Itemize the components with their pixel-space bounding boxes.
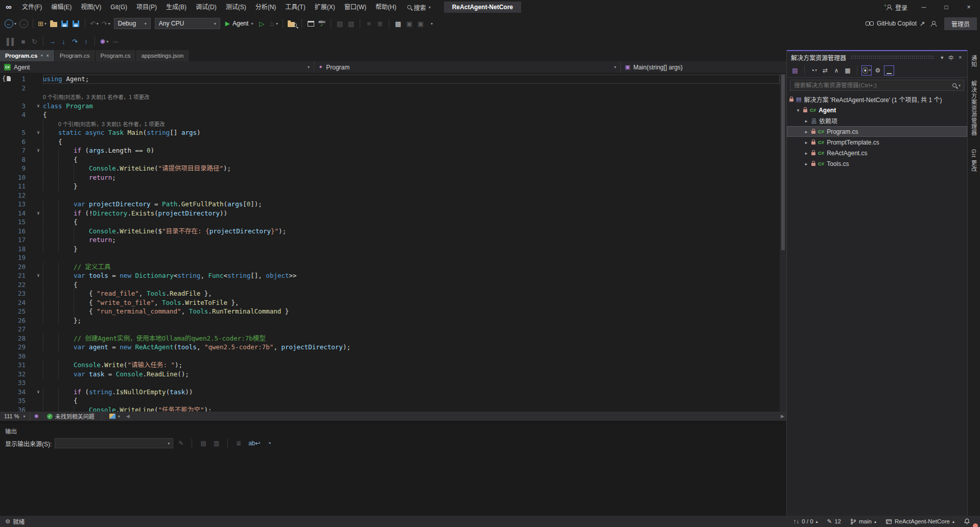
close-button[interactable]: × (958, 0, 980, 14)
menu-item-3[interactable]: Git(G) (106, 0, 132, 14)
fold-arrow-icon[interactable]: ∨ (34, 128, 43, 137)
code-text[interactable]: Console.WriteLine("请提供项目目录路径"); (43, 164, 780, 173)
code-text[interactable]: } (43, 245, 780, 254)
minimize-button[interactable]: ─ (913, 0, 935, 14)
fold-arrow-icon[interactable]: ∨ (34, 271, 43, 280)
code-row[interactable]: 11} (0, 182, 780, 191)
code-row[interactable]: 14∨if (!Directory.Exists(projectDirector… (0, 209, 780, 218)
word-wrap-icon[interactable]: ab↩ (246, 440, 262, 447)
undo-button[interactable]: ↶▾ (88, 17, 100, 30)
admin-badge[interactable]: 管理员 (944, 17, 977, 30)
side-tab-解决方案资源管理器[interactable]: 解决方案资源管理器 (970, 78, 978, 139)
menu-item-0[interactable]: 文件(F) (17, 0, 46, 14)
navigate-forward-button[interactable]: → (18, 17, 30, 30)
code-row[interactable]: 5∨static async Task Main(string[] args) (0, 128, 780, 137)
code-text[interactable]: 0 个引用|刘志新，3 天前|1 名作者，1 项更改 (43, 119, 780, 129)
properties-window-button[interactable]: ▦ (843, 65, 853, 76)
code-row[interactable]: 17return; (0, 235, 780, 245)
code-row[interactable]: 4{ (0, 110, 780, 119)
code-text[interactable]: static async Task Main(string[] args) (43, 128, 780, 137)
notifications-button[interactable] (959, 516, 975, 527)
sign-in-button[interactable]: + 登录 (881, 3, 913, 12)
code-row[interactable]: 24{ "write_to_file", Tools.WriteToFile }… (0, 298, 780, 307)
solution-configuration-combo[interactable]: Debug▾ (114, 18, 151, 29)
preview-selected-items-button[interactable]: ▁ (884, 65, 894, 76)
code-text[interactable]: { (43, 280, 780, 290)
code-row[interactable]: 32var task = Console.ReadLine(); (0, 370, 780, 379)
hot-reload-button[interactable]: ♨▾ (267, 17, 279, 30)
fold-arrow-icon[interactable]: ∨ (34, 146, 43, 155)
tab-appsettings.json[interactable]: appsettings.json (136, 50, 189, 61)
code-text[interactable]: var projectDirectory = Path.GetFullPath(… (43, 200, 780, 209)
code-row[interactable]: 25{ "run_terminal_command", Tools.RunTer… (0, 307, 780, 316)
tree-item-ReActAgent.cs[interactable]: ▸C#ReActAgent.cs (787, 148, 967, 158)
code-text[interactable] (43, 378, 780, 388)
solution-explorer-header[interactable]: 解决方案资源管理器 ▾ 中 × (787, 51, 967, 63)
output-content[interactable] (0, 451, 786, 516)
code-text[interactable]: if (args.Length == 0) (43, 146, 780, 155)
peek-window-button[interactable] (305, 17, 316, 30)
pending-edits-button[interactable]: ✎ 12 (823, 516, 846, 527)
search-options-icon[interactable]: ▾ (959, 83, 961, 88)
code-row[interactable]: 34∨if (string.IsNullOrEmpty(task)) (0, 388, 780, 397)
side-tab-Git 更改[interactable]: Git 更改 (970, 146, 978, 175)
new-project-button[interactable]: ⊞▾ (36, 17, 48, 30)
comment-button[interactable]: ▤ (334, 17, 345, 30)
code-row[interactable]: 10return; (0, 173, 780, 182)
code-lines[interactable]: 1using Agent;20 个引用|刘志新，3 天前|1 名作者，1 项更改… (0, 74, 780, 412)
fold-arrow-icon[interactable]: ∨ (34, 102, 43, 111)
code-text[interactable]: return; (43, 173, 780, 182)
code-row[interactable]: 1using Agent; (0, 75, 780, 84)
codelens-info[interactable]: 0 个引用|刘志新，3 天前|1 名作者，1 项更改 (43, 94, 149, 100)
scroll-left-icon[interactable]: ◀ (124, 414, 132, 419)
panel-close-icon[interactable]: × (956, 55, 964, 60)
spell-checker-button[interactable]: abc✓ (316, 17, 328, 30)
next-bookmark-button[interactable]: ▣ (415, 17, 426, 30)
code-row[interactable]: 18} (0, 245, 780, 254)
code-row[interactable]: 21∨var tools = new Dictionary<string, Fu… (0, 271, 780, 280)
code-text[interactable]: var task = Console.ReadLine(); (43, 370, 780, 379)
code-row[interactable]: 12 (0, 191, 780, 200)
code-row[interactable]: 16Console.WriteLine($"目录不存在: {projectDir… (0, 227, 780, 236)
step-out-button[interactable]: ↑ (80, 35, 91, 47)
member-dropdown[interactable]: ▣ Main(string[] args) (621, 61, 786, 73)
user-feedback-button[interactable] (928, 17, 939, 30)
code-text[interactable]: if (string.IsNullOrEmpty(task)) (43, 388, 780, 397)
tab-close-icon[interactable]: × (46, 53, 49, 58)
clear-all-icon[interactable]: ≣ (234, 440, 243, 447)
toolbar-overflow-button[interactable]: ▾ (426, 17, 437, 30)
sync-with-active-document-button[interactable]: ⇄ (820, 65, 830, 76)
tree-collapse-icon[interactable]: ▸ (804, 129, 809, 134)
intellicode-button[interactable]: ✺ (30, 412, 43, 421)
save-all-button[interactable] (71, 17, 82, 30)
document-health-indicator[interactable]: ✓ 未找到相关问题 (43, 412, 99, 421)
code-text[interactable]: return; (43, 235, 780, 245)
menu-item-4[interactable]: 项目(P) (132, 0, 161, 14)
code-text[interactable]: }; (43, 316, 780, 325)
code-text[interactable] (43, 191, 780, 200)
menu-item-9[interactable]: 工具(T) (281, 0, 310, 14)
indent-decrease-button[interactable]: ≡ (363, 17, 375, 30)
code-text[interactable] (43, 84, 780, 93)
code-row[interactable]: 27 (0, 325, 780, 334)
tree-item-解决方案 'ReActAgent-NetCore' (1 个项目, 共 1 个)[interactable]: ▤解决方案 'ReActAgent-NetCore' (1 个项目, 共 1 个… (787, 94, 967, 105)
show-all-files-button[interactable]: ⦿▾ (861, 65, 872, 76)
code-text[interactable] (43, 325, 780, 334)
code-text[interactable]: if (!Directory.Exists(projectDirectory)) (43, 209, 780, 218)
code-row[interactable]: 8{ (0, 155, 780, 164)
code-text[interactable] (43, 352, 780, 361)
tab-Program.cs[interactable]: Program.cs+× (0, 50, 55, 61)
project-dropdown[interactable]: C# Agent ▾ (0, 61, 314, 73)
code-text[interactable]: { (43, 155, 780, 164)
code-text[interactable]: // 定义工具 (43, 262, 780, 272)
code-text[interactable]: // 创建Agent实例，使用本地Ollama的qwen2.5-coder:7b… (43, 334, 780, 343)
code-row[interactable]: 26}; (0, 316, 780, 325)
menu-item-2[interactable]: 视图(V) (76, 0, 106, 14)
code-row[interactable]: 9Console.WriteLine("请提供项目目录路径"); (0, 164, 780, 173)
switch-views-button[interactable]: ▤ (790, 65, 800, 76)
tree-expanded-icon[interactable]: ▾ (796, 108, 801, 113)
find-message-icon[interactable]: ✎ (176, 440, 185, 447)
background-tasks-button[interactable]: ⚙ 就绪 (5, 516, 29, 527)
uncomment-button[interactable]: ▧ (345, 17, 357, 30)
code-row[interactable]: 13var projectDirectory = Path.GetFullPat… (0, 200, 780, 209)
